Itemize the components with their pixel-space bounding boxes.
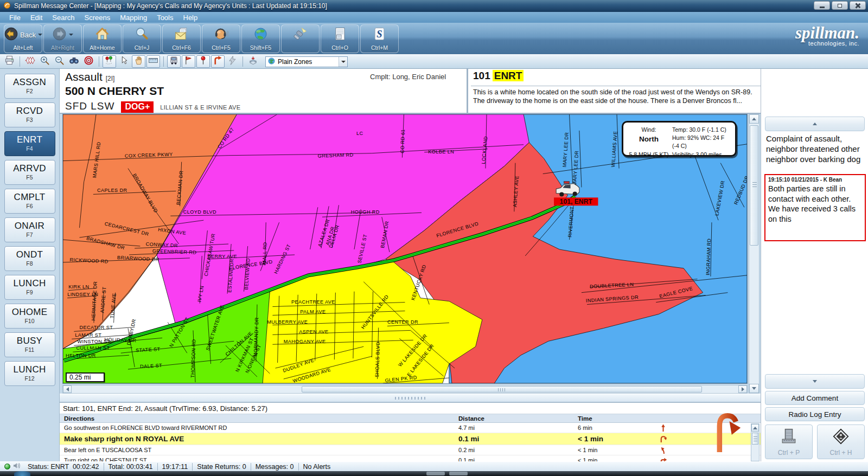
- street-label: PALM AVE: [300, 309, 326, 314]
- toolbar-separator: [99, 56, 99, 67]
- map-vertical-scrollbar[interactable]: [749, 114, 760, 394]
- globe-icon: [253, 27, 268, 43]
- start-orb-icon[interactable]: [14, 471, 30, 476]
- menu-file[interactable]: File: [4, 14, 25, 22]
- toolbar-flashlight-button[interactable]: [281, 24, 320, 53]
- status-bar: Status: ENRT 00:02:42Total: 00:03:4119:1…: [0, 461, 868, 471]
- toolbar-forward-button[interactable]: Alt+Right: [43, 24, 82, 53]
- mail-icon: [174, 27, 189, 43]
- minimize-button[interactable]: [814, 1, 830, 10]
- direction-row[interactable]: Go southwest on FLORENCE BLVD toward RIV…: [60, 423, 761, 433]
- status-button-arrvd-f5[interactable]: ARRVDF5: [4, 160, 55, 185]
- menu-search[interactable]: Search: [47, 14, 79, 22]
- maptool-zoom-out-button[interactable]: [53, 55, 66, 68]
- layers-icon: [248, 55, 258, 68]
- toolbar-globe-button[interactable]: Shift+F5: [241, 24, 280, 53]
- taskbar-button[interactable]: [426, 472, 445, 475]
- maptool-flag-button[interactable]: [182, 55, 195, 68]
- status-button-rcvd-f3[interactable]: RCVDF3: [4, 102, 55, 127]
- menu-edit[interactable]: Edit: [25, 14, 47, 22]
- status-button-cmplt-f6[interactable]: CMPLTF6: [4, 189, 55, 214]
- add-comment-button[interactable]: Add Comment: [765, 391, 865, 405]
- maptool-zoom-in-button[interactable]: [38, 55, 52, 68]
- maptool-layers-button[interactable]: [246, 55, 260, 68]
- maptool-pins-button[interactable]: [103, 55, 116, 68]
- wind-label: Wind:: [626, 126, 672, 134]
- unit-status-badge: ENRT: [493, 70, 524, 81]
- direction-time: 6 min: [573, 424, 655, 431]
- premise-shortcut-label: Ctrl + P: [778, 449, 800, 456]
- premise-info-button[interactable]: Ctrl + P: [765, 424, 813, 459]
- close-button[interactable]: [850, 1, 866, 10]
- svg-text:S: S: [376, 28, 382, 40]
- direction-distance: 0.2 mi: [454, 447, 573, 453]
- comments-scroll-down-button[interactable]: [765, 374, 865, 389]
- unit-title: 101ENRT: [473, 70, 524, 82]
- complaint-text: Complaint of assault, neighbor threatene…: [766, 134, 865, 164]
- dropdown-caret-icon[interactable]: [339, 57, 347, 67]
- maptool-target-button[interactable]: [82, 55, 95, 68]
- radio-log-entry-button[interactable]: Radio Log Entry: [765, 407, 865, 421]
- scroll-up-arrow-icon[interactable]: [749, 114, 759, 124]
- menu-mapping[interactable]: Mapping: [115, 14, 152, 22]
- panel-splitter[interactable]: [60, 394, 761, 402]
- vertical-scroll-thumb[interactable]: [750, 125, 758, 246]
- direction-text: Make sharp right on N ROYAL AVE: [60, 435, 454, 443]
- map-horizontal-scrollbar[interactable]: [62, 385, 748, 394]
- directions-scrollbar[interactable]: [751, 423, 760, 461]
- scroll-right-arrow-icon[interactable]: [738, 385, 747, 393]
- street-label: HELTON DR: [66, 353, 96, 358]
- menu-screens[interactable]: Screens: [80, 14, 116, 22]
- splitter-grip[interactable]: [395, 397, 425, 400]
- toolbar-form-button[interactable]: Ctrl+O: [321, 24, 359, 53]
- toolbar-home-button[interactable]: Alt+Home: [83, 24, 122, 53]
- maptool-hand-button[interactable]: [132, 55, 145, 68]
- windows-taskbar[interactable]: [0, 471, 868, 476]
- maptool-printer-button[interactable]: [3, 55, 16, 68]
- toolbar-spillman-s-button[interactable]: SCtrl+M: [360, 24, 399, 53]
- status-button-enrt-f4[interactable]: ENRTF4: [4, 131, 55, 156]
- header-divider: [467, 69, 468, 114]
- turn-arrow-icon: [213, 55, 223, 68]
- menu-tools[interactable]: Tools: [152, 14, 178, 22]
- restore-button[interactable]: [832, 1, 848, 10]
- status-button-ohome-f10[interactable]: OHOMEF10: [4, 304, 55, 329]
- status-button-assgn-f2[interactable]: ASSGNF2: [4, 74, 55, 99]
- hazmat-info-button[interactable]: Ctrl + H: [817, 424, 865, 459]
- dir-sharp-right-icon: [655, 435, 687, 443]
- maptool-map-fan-button[interactable]: [23, 55, 37, 68]
- maptool-ruler-button[interactable]: [146, 55, 160, 68]
- status-button-ondt-f8[interactable]: ONDTF8: [4, 246, 55, 271]
- directions-scroll-thumb[interactable]: [752, 433, 758, 445]
- maptool-lightning-button[interactable]: [226, 55, 239, 68]
- comments-scroll-up-button[interactable]: [765, 117, 865, 131]
- alert-badge: DOG+: [121, 101, 154, 113]
- maptool-binoculars-button[interactable]: [67, 55, 81, 68]
- toolbar-search-button[interactable]: Ctrl+J: [123, 24, 161, 53]
- directions-scroll-up-icon[interactable]: [751, 424, 759, 432]
- direction-row[interactable]: Make sharp right on N ROYAL AVE 0.1 mi <…: [60, 433, 761, 445]
- status-button-busy-f11[interactable]: BUSYF11: [4, 332, 55, 357]
- horizontal-scroll-thumb[interactable]: [302, 386, 702, 393]
- toolbar-mail-button[interactable]: Ctrl+F6: [162, 24, 201, 53]
- maptool-turn-arrow-button[interactable]: [211, 55, 225, 68]
- maptool-pin-button[interactable]: [196, 55, 210, 68]
- taskbar-button[interactable]: [449, 472, 468, 475]
- toolbar-back-button[interactable]: BackAlt+Left: [4, 24, 42, 53]
- scroll-down-arrow-icon[interactable]: [749, 384, 759, 393]
- direction-row[interactable]: Bear left on E TUSCALOOSA ST 0.2 mi < 1 …: [60, 445, 761, 455]
- layer-dropdown[interactable]: Plain Zones: [265, 56, 348, 67]
- menu-help[interactable]: Help: [178, 14, 203, 22]
- street-label: CAPLES DR: [97, 188, 127, 194]
- status-button-lunch-f12[interactable]: LUNCHF12: [4, 361, 55, 386]
- status-button-onair-f7[interactable]: ONAIRF7: [4, 217, 55, 242]
- toolbar-dispatch-button[interactable]: Ctrl+F5: [202, 24, 240, 53]
- direction-row[interactable]: Turn right on N CHESTNUT ST 0.1 mi < 1 m…: [60, 455, 761, 461]
- maptool-pointer-button[interactable]: [117, 55, 131, 68]
- call-header: Assault [2I] 500 N CHERRY ST SFD LSW DOG…: [60, 69, 761, 114]
- ruler-icon: [148, 55, 158, 68]
- maptool-vehicle-button[interactable]: [167, 55, 181, 68]
- scroll-left-arrow-icon[interactable]: [63, 385, 72, 393]
- status-button-lunch-f9[interactable]: LUNCHF9: [4, 275, 55, 300]
- map-viewport[interactable]: MARS HILL RDCOX CREEK PKWYCO RD 47CAPLES…: [62, 114, 748, 384]
